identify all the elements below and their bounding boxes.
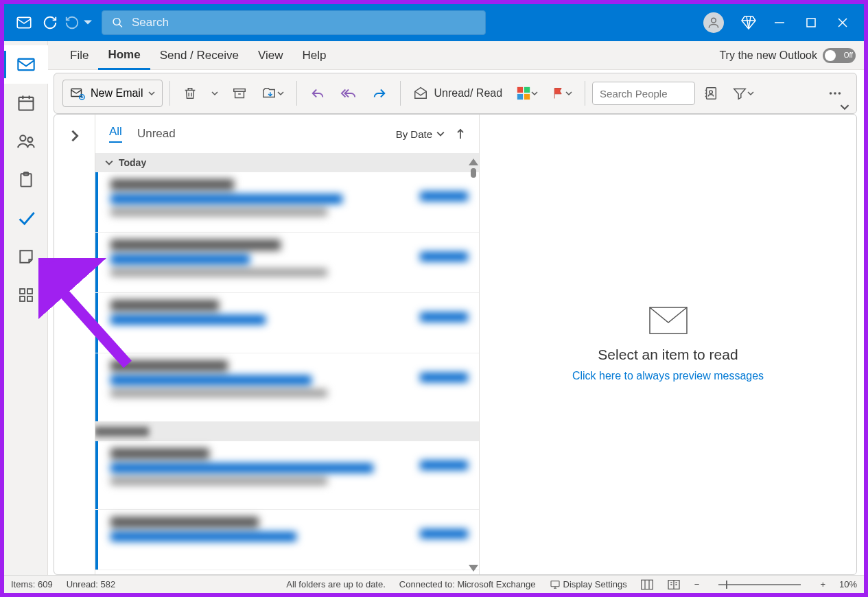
zoom-slider[interactable] xyxy=(718,584,801,585)
trash-icon xyxy=(183,86,198,101)
svg-point-6 xyxy=(20,135,25,141)
zoom-percent[interactable]: 10% xyxy=(839,579,857,589)
zoom-out-button[interactable]: − xyxy=(694,579,700,589)
group-header-blurred[interactable] xyxy=(95,422,479,441)
delete-button[interactable] xyxy=(177,80,203,107)
nav-notes[interactable] xyxy=(4,237,48,276)
message-item[interactable] xyxy=(95,293,479,353)
profile-avatar[interactable] xyxy=(703,12,724,33)
book-icon xyxy=(667,579,681,590)
close-button[interactable] xyxy=(827,7,858,38)
svg-rect-4 xyxy=(18,59,34,70)
scroll-down-icon[interactable] xyxy=(469,565,478,572)
content-area: All Unread By Date Today xyxy=(54,114,857,575)
svg-rect-19 xyxy=(517,94,523,100)
svg-rect-0 xyxy=(17,17,31,27)
search-people-input[interactable] xyxy=(592,82,695,105)
outlook-app-icon xyxy=(15,14,33,32)
categorize-button[interactable] xyxy=(511,80,543,107)
archive-button[interactable] xyxy=(226,80,253,107)
categories-icon xyxy=(516,86,531,101)
chevron-down-icon xyxy=(148,90,155,97)
message-item[interactable] xyxy=(95,353,479,422)
forward-icon xyxy=(371,86,388,101)
reply-icon xyxy=(309,86,326,101)
address-book-icon xyxy=(703,86,718,101)
message-list-header: All Unread By Date xyxy=(95,115,479,153)
person-icon xyxy=(707,16,720,30)
archive-icon xyxy=(232,86,247,101)
filter-button[interactable] xyxy=(727,80,760,107)
preview-messages-link[interactable]: Click here to always preview messages xyxy=(572,370,764,382)
search-icon xyxy=(112,16,124,29)
scroll-thumb[interactable] xyxy=(471,168,476,178)
undo-icon[interactable] xyxy=(64,15,80,30)
svg-point-2 xyxy=(712,18,716,23)
search-input[interactable] xyxy=(132,16,476,30)
nav-people[interactable] xyxy=(4,122,48,161)
status-bar: Items: 609 Unread: 582 All folders are u… xyxy=(4,575,864,593)
message-item[interactable] xyxy=(95,233,479,293)
move-button[interactable] xyxy=(255,80,290,107)
new-email-button[interactable]: New Email xyxy=(62,80,163,107)
svg-point-23 xyxy=(830,92,832,95)
new-mail-icon xyxy=(70,86,85,101)
menu-send-receive[interactable]: Send / Receive xyxy=(150,41,248,69)
try-new-outlook-toggle[interactable]: Off xyxy=(823,48,856,63)
folder-pane xyxy=(54,115,95,574)
flag-button[interactable] xyxy=(546,80,578,107)
left-navigation-bar xyxy=(4,41,48,575)
nav-more-apps[interactable] xyxy=(4,276,48,314)
view-normal-button[interactable] xyxy=(641,579,653,590)
unread-read-button[interactable]: Unread/ Read xyxy=(408,80,508,107)
menu-bar: File Home Send / Receive View Help Try t… xyxy=(4,41,864,70)
envelope-open-icon xyxy=(413,86,428,101)
chevron-down-icon xyxy=(436,130,445,138)
minimize-button[interactable] xyxy=(764,7,795,38)
svg-point-22 xyxy=(709,91,713,94)
message-item[interactable] xyxy=(95,172,479,233)
undo-dropdown-icon[interactable] xyxy=(84,19,92,27)
scroll-up-icon[interactable] xyxy=(469,159,478,165)
message-item[interactable] xyxy=(95,510,479,570)
ribbon-collapse-icon[interactable] xyxy=(840,102,849,112)
display-settings-button[interactable]: Display Settings xyxy=(550,579,627,590)
nav-todo[interactable] xyxy=(4,199,48,237)
svg-point-25 xyxy=(838,92,841,95)
reply-all-button[interactable] xyxy=(334,80,363,107)
title-bar xyxy=(4,4,864,41)
menu-home[interactable]: Home xyxy=(98,42,150,70)
maximize-button[interactable] xyxy=(795,7,827,38)
reply-button[interactable] xyxy=(304,80,331,107)
sort-by-button[interactable]: By Date xyxy=(396,128,465,140)
filter-icon xyxy=(732,86,747,101)
ellipsis-icon xyxy=(828,86,843,101)
delete-dropdown[interactable] xyxy=(206,80,224,107)
move-icon xyxy=(261,86,277,101)
sync-icon[interactable] xyxy=(43,15,58,30)
group-today[interactable]: Today xyxy=(95,153,479,172)
menu-file[interactable]: File xyxy=(60,41,98,69)
sort-direction-icon[interactable] xyxy=(456,128,465,140)
nav-tasks[interactable] xyxy=(4,161,48,199)
svg-rect-11 xyxy=(27,289,32,294)
try-new-outlook-label: Try the new Outlook xyxy=(719,49,817,62)
forward-button[interactable] xyxy=(366,80,393,107)
tab-unread[interactable]: Unread xyxy=(137,127,176,141)
address-book-button[interactable] xyxy=(698,80,724,107)
nav-calendar[interactable] xyxy=(4,84,48,122)
menu-help[interactable]: Help xyxy=(292,41,336,69)
message-item[interactable] xyxy=(95,441,479,510)
zoom-in-button[interactable]: + xyxy=(820,579,825,589)
tab-all[interactable]: All xyxy=(109,125,122,143)
svg-rect-12 xyxy=(20,296,25,301)
status-items-count: Items: 609 xyxy=(11,579,53,589)
view-reading-button[interactable] xyxy=(667,579,681,590)
expand-folder-pane-icon[interactable] xyxy=(69,130,81,142)
nav-mail[interactable] xyxy=(4,45,48,84)
premium-diamond-icon[interactable] xyxy=(740,14,757,31)
chevron-down-icon xyxy=(211,90,218,97)
search-box[interactable] xyxy=(102,10,486,35)
message-list-scrollbar[interactable] xyxy=(468,156,479,574)
menu-view[interactable]: View xyxy=(248,41,293,69)
